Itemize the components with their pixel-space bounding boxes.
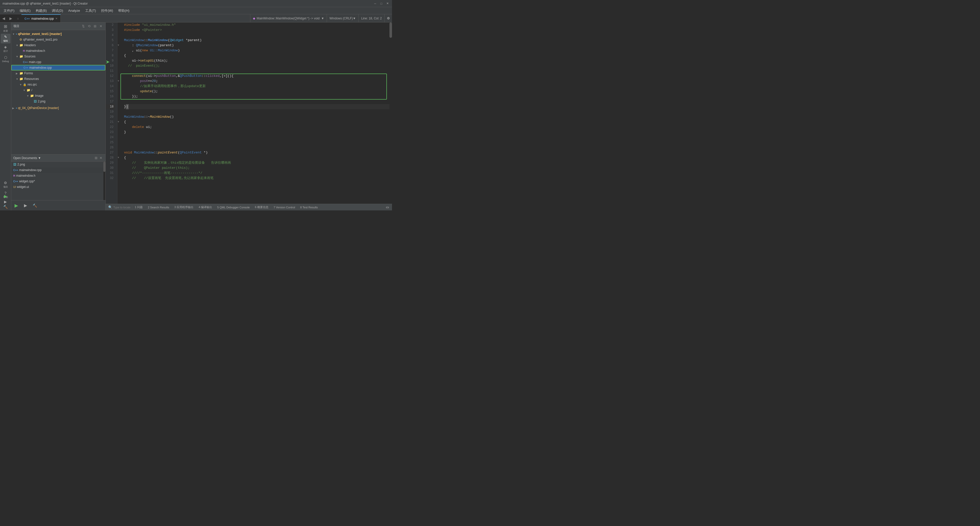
tree-resources[interactable]: ▼ 📁 Resources — [11, 76, 105, 82]
tree-forms[interactable]: ▶ 📁 Forms — [11, 70, 105, 76]
code-line-32[interactable]: // //设置画笔 先设置画笔,先让画家拿起来画笔 — [124, 176, 392, 181]
project-panel-sort[interactable]: ⇅ — [81, 24, 86, 29]
run-button-2[interactable]: ▶ — [12, 201, 21, 210]
debug-button-2[interactable]: ▶ — [21, 201, 30, 210]
panel-toggle[interactable]: ▭ — [384, 205, 391, 209]
tree-image[interactable]: ▼ 📁 Image — [11, 93, 105, 99]
fold-7[interactable]: ▼ — [118, 43, 119, 48]
project-panel-add[interactable]: ⊞ — [93, 24, 97, 29]
sidebar-welcome[interactable]: ⊞ 欢迎 — [1, 24, 11, 33]
code-line-9[interactable]: ui->setupUi(this); — [124, 58, 392, 63]
bp-app-output[interactable]: 3 应用程序输出 — [172, 205, 196, 210]
sidebar-edit[interactable]: ✎ 编辑 — [1, 34, 11, 43]
tab-nav-home[interactable]: ⌂ — [14, 14, 21, 22]
project-panel-close[interactable]: ✕ — [99, 24, 103, 29]
code-line-3[interactable]: #include <QPainter> — [124, 27, 392, 33]
tree-main-cpp[interactable]: C++ main.cpp — [11, 59, 105, 65]
bp-test-results[interactable]: 8 Test Results — [298, 205, 320, 209]
code-line-29[interactable]: // 实例化画家对象，this指定的是绘图设备 告诉往哪画画 — [124, 160, 392, 166]
code-line-8[interactable]: { — [124, 53, 392, 58]
code-editor[interactable]: 2 3 4 5 6 7 8 9 10 11 12 13 14 15 16 17 … — [106, 22, 392, 204]
line-ending-selector[interactable]: Windows (CRLF) ▼ — [327, 14, 358, 22]
tree-pro[interactable]: ⚙ qPainter_event_test1.pro — [11, 37, 105, 42]
open-docs-scrollbar[interactable] — [103, 162, 105, 200]
menu-tools[interactable]: 工具(T) — [83, 8, 98, 14]
code-line-25[interactable] — [124, 140, 392, 145]
code-content[interactable]: ➤ #include "ui_mainwindow.h" #include <Q… — [121, 22, 392, 204]
fold-12[interactable]: ▼ — [118, 79, 119, 84]
code-line-17[interactable] — [124, 99, 392, 104]
code-line-5[interactable]: MainWindow::MainWindow(QWidget *parent) — [124, 38, 392, 43]
open-docs-scroll-thumb[interactable] — [103, 162, 105, 172]
tree-headers[interactable]: ▼ 📁 Headers — [11, 42, 105, 48]
bp-problems[interactable]: 1 问题 — [132, 205, 145, 210]
editor-scroll-thumb[interactable] — [390, 22, 392, 38]
tab-nav-back[interactable]: ◀ — [0, 14, 7, 22]
fold-27[interactable]: ▼ — [118, 155, 119, 160]
code-line-27[interactable]: void MainWindow::paintEvent(QPaintEvent … — [124, 150, 392, 155]
menu-control[interactable]: 控件(W) — [99, 8, 115, 14]
code-line-19[interactable] — [124, 109, 392, 115]
bp-search-results[interactable]: 2 Search Results — [145, 205, 172, 209]
tab-mainwindow-cpp[interactable]: C++ mainwindow.cpp ✕ — [21, 14, 61, 22]
code-line-7[interactable]: , ui(new Ui::MainWindow) — [124, 48, 392, 53]
maximize-button[interactable]: □ — [379, 2, 383, 6]
sidebar-project[interactable]: ⚙ 项目 — [1, 180, 11, 190]
menu-analyze[interactable]: Analyze — [66, 8, 82, 13]
code-line-28[interactable]: { — [124, 155, 392, 160]
tree-slash[interactable]: ▼ 📁 / — [11, 87, 105, 93]
code-line-23[interactable]: } — [124, 130, 392, 135]
code-line-15[interactable]: update(); — [124, 89, 392, 94]
code-line-14[interactable]: //如果手动调用绘图事件，那么update更新 — [124, 84, 392, 89]
menu-build[interactable]: 构建(B) — [34, 8, 49, 14]
sidebar-debug[interactable]: ⬡ Debug — [1, 54, 11, 64]
code-line-13[interactable]: posX+=20; — [124, 79, 392, 84]
editor-scrollbar-track[interactable] — [390, 22, 392, 204]
bp-compile-output[interactable]: 4 编译输出 — [196, 205, 215, 210]
menu-file[interactable]: 文件(F) — [2, 8, 17, 14]
code-line-18[interactable]: }| — [124, 104, 392, 109]
tab-close-icon[interactable]: ✕ — [56, 17, 57, 20]
menu-help[interactable]: 帮助(H) — [116, 8, 131, 14]
fold-20[interactable]: ▼ — [118, 120, 119, 124]
code-line-30[interactable]: // QPainter painter(this); — [124, 166, 392, 171]
code-line-6[interactable]: : QMainWindow(parent) — [124, 43, 392, 48]
tree-root1[interactable]: ▼ ▪ qPainter_event_test1 [master] — [11, 31, 105, 37]
sidebar-design[interactable]: ◈ 设计 — [1, 44, 11, 54]
code-line-24[interactable] — [124, 135, 392, 140]
run-button[interactable]: ▶ — [2, 194, 10, 199]
search-input[interactable] — [113, 206, 130, 209]
code-line-26[interactable] — [124, 145, 392, 150]
hammer-button[interactable]: 🔨 — [2, 205, 10, 209]
bp-qml-debugger[interactable]: 5 QML Debugger Console — [215, 205, 252, 209]
project-panel-sync[interactable]: ⟲ — [87, 24, 92, 29]
bp-general-messages[interactable]: 6 概要信息 — [252, 205, 271, 210]
menu-edit[interactable]: 编辑(E) — [18, 8, 33, 14]
tree-sources[interactable]: ▼ 📁 Sources — [11, 54, 105, 59]
tree-res-qrc[interactable]: ▼ 🔒 res.qrc — [11, 82, 105, 87]
code-line-16[interactable]: }); — [124, 94, 392, 99]
tree-root2[interactable]: ▶ ▪ qt_04_QtPaintDevice [master] — [11, 105, 105, 111]
code-line-31[interactable]: ////*-----------画笔--------------*/ — [124, 171, 392, 176]
close-button[interactable]: ✕ — [385, 2, 390, 6]
code-line-22[interactable]: delete ui; — [124, 124, 392, 130]
doc-item-widget-cpp[interactable]: C++ widget.cpp* — [11, 179, 105, 184]
code-line-20[interactable]: MainWindow::~MainWindow() — [124, 115, 392, 120]
code-line-2[interactable]: #include "ui_mainwindow.h" — [124, 22, 392, 27]
tree-2png[interactable]: 🖼 2.png — [11, 99, 105, 104]
code-line-12[interactable]: connect(ui->pushButton,&QPushButton::cli… — [124, 73, 392, 79]
doc-item-mainwindow-h[interactable]: H mainwindow.h — [11, 173, 105, 179]
tree-mainwindow-h[interactable]: H mainwindow.h — [11, 48, 105, 54]
settings-icon[interactable]: ⚙ — [384, 14, 392, 22]
code-line-10[interactable]: // painEvent(); — [124, 63, 392, 69]
open-docs-selector[interactable]: Open Documents ▼ — [13, 156, 94, 160]
doc-item-2png[interactable]: 🖼 2.png — [11, 162, 105, 167]
tab-nav-forward[interactable]: ▶ — [7, 14, 14, 22]
code-line-21[interactable]: { — [124, 120, 392, 124]
doc-item-mainwindow-cpp[interactable]: C++ mainwindow.cpp — [11, 167, 105, 173]
menu-debug[interactable]: 调试(D) — [50, 8, 65, 14]
run-debug-button[interactable]: ▶ — [2, 200, 10, 204]
code-line-4[interactable] — [124, 33, 392, 38]
function-selector[interactable]: ◆ MainWindow::MainWindow(QWidget *) -> v… — [250, 14, 327, 22]
open-docs-close[interactable]: ✕ — [99, 156, 103, 160]
